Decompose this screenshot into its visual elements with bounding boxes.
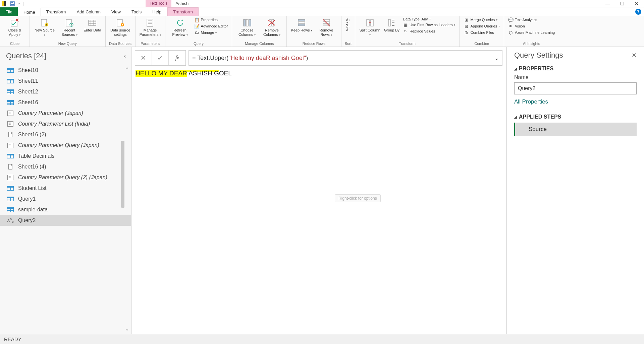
manage-parameters-button[interactable]: Manage Parameters ▾: [138, 17, 162, 38]
minimize-button[interactable]: —: [603, 0, 612, 7]
ribbon-group-parameters: Manage Parameters ▾ Parameters: [136, 16, 165, 47]
recent-sources-icon: [64, 17, 75, 28]
query-item[interactable]: Table Decimals: [0, 151, 131, 161]
tab-help[interactable]: Help: [147, 7, 167, 16]
sort-desc-button[interactable]: Z↓A: [344, 25, 352, 31]
advanced-editor-button[interactable]: 📝Advanced Editor: [193, 23, 229, 29]
close-apply-icon: [9, 17, 20, 28]
query-item[interactable]: Country Parameter Query (2) (Japan): [0, 172, 131, 183]
ribbon-group-close: Close & Apply ▾ Close: [0, 16, 30, 47]
settings-close-button[interactable]: ✕: [632, 52, 637, 59]
first-row-headers-button[interactable]: ▦Use First Row as Headers ▾: [401, 22, 457, 28]
tab-add-column[interactable]: Add Column: [71, 7, 106, 16]
query-item[interactable]: Country Parameter (Japan): [0, 108, 131, 119]
svg-rect-22: [246, 19, 248, 26]
queries-scroll-up-icon[interactable]: ⌃: [125, 66, 129, 73]
query-item[interactable]: Sheet10: [0, 65, 131, 76]
vision-icon: 👁: [508, 23, 514, 29]
text-analytics-button[interactable]: 💬Text Analytics: [507, 17, 556, 23]
query-item[interactable]: Query1: [0, 194, 131, 204]
append-queries-button[interactable]: ⊟Append Queries ▾: [462, 23, 501, 29]
context-tab-group: Text Tools Ashish: [146, 0, 193, 7]
query-item[interactable]: Country Parameter Query (Japan): [0, 140, 131, 151]
context-tab-text-tools[interactable]: Text Tools: [146, 0, 171, 7]
data-source-settings-button[interactable]: Data source settings: [108, 17, 132, 38]
replace-values-button[interactable]: ¹⁄₂Replace Values: [401, 28, 457, 34]
ribbon-collapse-chevron[interactable]: ˆ: [632, 9, 633, 14]
manage-button[interactable]: 🗂Manage ▾: [193, 29, 229, 36]
query-name-input[interactable]: [514, 82, 637, 94]
svg-rect-1: [11, 4, 14, 5]
parameter-icon: [7, 175, 14, 181]
vision-button[interactable]: 👁Vision: [507, 23, 556, 29]
remove-rows-button[interactable]: Remove Rows ▾: [314, 17, 338, 38]
help-icon[interactable]: ?: [635, 9, 641, 15]
ribbon-group-ai-insights: 💬Text Analytics 👁Vision ⬡Azure Machine L…: [504, 16, 559, 47]
data-type-button[interactable]: Data Type: Any ▾: [401, 17, 457, 21]
remove-columns-button[interactable]: Remove Columns ▾: [260, 17, 284, 38]
queries-scroll-down-icon[interactable]: ⌄: [125, 326, 129, 332]
sort-asc-button[interactable]: A↓Z: [344, 19, 352, 25]
new-source-button[interactable]: ✦ New Source ▾: [33, 17, 57, 38]
formula-cancel-button[interactable]: ✕: [135, 51, 152, 65]
queries-scrollbar[interactable]: [121, 141, 124, 208]
split-column-button[interactable]: Split Column ▾: [358, 17, 382, 38]
query-item[interactable]: Sheet16 (2): [0, 129, 131, 140]
table-icon: [7, 196, 14, 202]
status-text: READY: [4, 336, 21, 342]
ribbon-group-manage-columns: Choose Columns ▾ Remove Columns ▾ Manage…: [232, 16, 287, 47]
azure-ml-button[interactable]: ⬡Azure Machine Learning: [507, 29, 556, 36]
all-properties-link[interactable]: All Properties: [514, 98, 548, 105]
tab-tools[interactable]: Tools: [126, 7, 147, 16]
save-icon[interactable]: [10, 1, 15, 6]
keep-rows-button[interactable]: Keep Rows ▾: [289, 17, 313, 33]
query-item[interactable]: Sheet16 (4): [0, 161, 131, 172]
text-icon: ABC: [7, 217, 14, 223]
tab-transform-context[interactable]: Transform: [167, 7, 199, 16]
svg-rect-28: [298, 24, 305, 26]
svg-rect-7: [66, 19, 71, 26]
close-apply-button[interactable]: Close & Apply ▾: [3, 17, 27, 38]
manage-parameters-icon: [145, 17, 156, 28]
query-item[interactable]: Student List: [0, 183, 131, 194]
maximize-button[interactable]: ☐: [618, 0, 627, 7]
query-item[interactable]: Country Parameter List (India): [0, 119, 131, 129]
query-item[interactable]: ABCQuery2: [0, 215, 131, 226]
tab-transform[interactable]: Transform: [41, 7, 71, 16]
close-window-button[interactable]: ✕: [633, 0, 641, 7]
tab-file[interactable]: File: [0, 7, 18, 16]
svg-rect-27: [298, 22, 305, 23]
merge-queries-button[interactable]: ⊞Merge Queries ▾: [462, 17, 501, 23]
formula-fx-button[interactable]: fx: [169, 51, 185, 65]
query-item[interactable]: Sheet16: [0, 97, 131, 108]
query-item[interactable]: sample-data: [0, 204, 131, 215]
query-item[interactable]: Sheet11: [0, 76, 131, 86]
table-icon: [7, 185, 14, 191]
parameter-icon: [7, 121, 14, 127]
list-icon: [7, 132, 14, 138]
preview-area: HELLO MY DEAR ASHISH GOEL: [131, 68, 506, 79]
advanced-editor-icon: 📝: [194, 23, 200, 29]
enter-data-button[interactable]: Enter Data: [82, 17, 103, 33]
qat-dropdown-icon[interactable]: ▾: [16, 1, 22, 6]
recent-sources-button[interactable]: Recent Sources ▾: [57, 17, 82, 38]
tab-view[interactable]: View: [106, 7, 126, 16]
applied-step-source[interactable]: Source: [514, 123, 637, 136]
svg-text:✦: ✦: [45, 23, 48, 27]
choose-columns-button[interactable]: Choose Columns ▾: [235, 17, 259, 38]
queries-collapse-chevron[interactable]: ‹: [124, 53, 126, 60]
ribbon-tabs: File Home Transform Add Column View Tool…: [0, 7, 644, 16]
properties-button[interactable]: 📋Properties: [193, 17, 229, 23]
name-label: Name: [514, 74, 637, 80]
table-icon: [7, 78, 14, 84]
formula-accept-button[interactable]: ✓: [152, 51, 169, 65]
group-by-button[interactable]: Group By: [383, 17, 401, 33]
tab-home[interactable]: Home: [18, 8, 41, 16]
formula-bar[interactable]: = Text.Upper("Hello my deaR ashish Goel"…: [189, 50, 502, 66]
refresh-preview-button[interactable]: Refresh Preview ▾: [168, 17, 192, 38]
properties-section-header[interactable]: ◢PROPERTIES: [514, 66, 637, 72]
formula-expand-icon[interactable]: ⌄: [494, 55, 499, 61]
combine-files-button[interactable]: 🗎Combine Files: [462, 29, 501, 36]
query-item[interactable]: Sheet12: [0, 86, 131, 97]
applied-steps-header[interactable]: ◢APPLIED STEPS: [514, 114, 637, 120]
